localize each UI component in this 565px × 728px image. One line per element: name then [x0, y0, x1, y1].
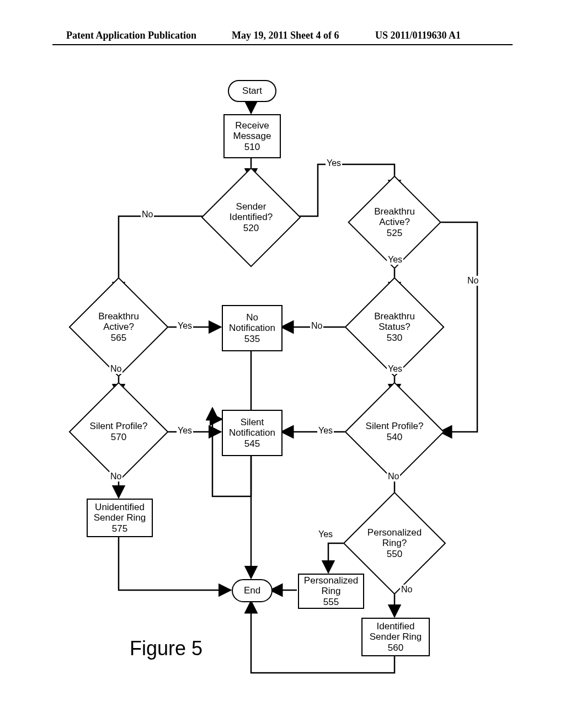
- label-525-no: No: [466, 276, 479, 286]
- terminator-start: Start: [228, 80, 276, 102]
- label-570-yes: Yes: [177, 426, 193, 436]
- decision-540: Silent Profile? 540: [339, 377, 450, 487]
- label-565-yes: Yes: [177, 321, 193, 331]
- header-right: US 2011/0119630 A1: [375, 30, 461, 41]
- decision-520: Sender Identified? 520: [199, 165, 303, 269]
- terminator-end: End: [232, 579, 273, 602]
- header-mid: May 19, 2011 Sheet 4 of 6: [232, 30, 339, 41]
- label-540-yes: Yes: [317, 426, 334, 436]
- label-530-yes: Yes: [387, 364, 403, 374]
- process-555: Personalized Ring 555: [298, 574, 364, 609]
- process-560: Identified Sender Ring 560: [361, 618, 430, 656]
- label-570-no: No: [109, 472, 122, 481]
- header-left: Patent Application Publication: [66, 30, 196, 41]
- process-575: Unidentified Sender Ring 575: [87, 499, 153, 537]
- end-label: End: [244, 585, 260, 596]
- label-520-yes: Yes: [326, 158, 342, 168]
- label-520-no: No: [141, 210, 154, 220]
- label-540-no: No: [387, 472, 400, 481]
- decision-570: Silent Profile? 570: [63, 377, 174, 487]
- label-550-no: No: [400, 585, 413, 595]
- process-510: Receive Message 510: [223, 114, 281, 158]
- process-545: Silent Notification 545: [222, 410, 282, 456]
- start-label: Start: [242, 85, 262, 97]
- header-rule: [52, 44, 513, 45]
- label-525-yes: Yes: [387, 255, 403, 265]
- label-530-no: No: [310, 321, 323, 331]
- figure-label: Figure 5: [130, 637, 202, 660]
- process-535: No Notification 535: [222, 305, 282, 351]
- label-550-yes: Yes: [317, 529, 334, 539]
- label-565-no: No: [109, 364, 122, 374]
